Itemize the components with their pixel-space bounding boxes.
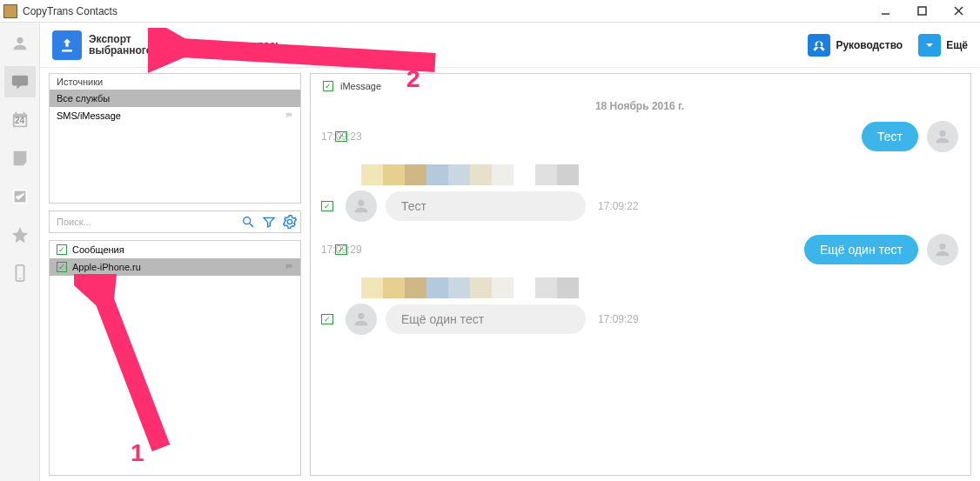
nav-tasks[interactable] [4, 181, 36, 212]
search-button[interactable] [238, 211, 258, 232]
export-label-2: выбранного [89, 45, 152, 57]
nav-rail: 24 [0, 23, 40, 481]
close-button[interactable] [940, 2, 977, 21]
message-group: Ещё один тест 17:09:29 [321, 277, 958, 347]
nav-notes[interactable] [4, 143, 36, 174]
msg-bubble-out: Ещё один тест [804, 235, 918, 264]
thread-label: Apple-iPhone.ru [72, 262, 141, 272]
filter-icon [262, 215, 276, 229]
thread-item[interactable]: Apple-iPhone.ru [50, 258, 300, 276]
threads-header-row[interactable]: Сообщения [50, 241, 300, 258]
source-all[interactable]: Все службы [50, 90, 300, 107]
avatar [346, 190, 377, 222]
title-bar: CopyTrans Contacts [0, 0, 980, 23]
msg-checkbox[interactable] [335, 131, 347, 142]
msg-checkbox[interactable] [321, 201, 333, 211]
filter-button[interactable] [258, 211, 279, 232]
svg-point-5 [19, 278, 21, 280]
nav-contacts[interactable] [4, 28, 36, 59]
search-input[interactable] [50, 217, 238, 227]
conversation-panel: iMessage 18 Ноябрь 2016 г. 17:09:23 Тест [310, 73, 971, 476]
calendar-day: 24 [15, 116, 24, 125]
gear-icon [283, 215, 297, 229]
svg-point-6 [244, 217, 251, 224]
svg-line-7 [250, 224, 253, 227]
msg-time: 17:09:29 [598, 313, 639, 325]
minimize-button[interactable] [867, 2, 903, 21]
date-separator: 18 Ноябрь 2016 г. [321, 100, 958, 112]
msg-checkbox[interactable] [335, 244, 347, 255]
chat-icon [283, 263, 295, 271]
msg-bubble-out: Тест [862, 122, 918, 151]
search-icon [241, 215, 255, 229]
settings-button[interactable] [279, 211, 300, 232]
msg-bubble-in: Тест [386, 191, 586, 221]
maximize-button[interactable] [903, 2, 940, 21]
export-icon [52, 30, 82, 60]
attachment-preview[interactable] [361, 277, 579, 298]
msg-checkbox[interactable] [321, 314, 333, 324]
message-row: 17:09:29 Ещё один тест [321, 234, 958, 265]
tools-icon [808, 34, 830, 57]
nav-calendar[interactable]: 24 [4, 104, 36, 136]
thread-checkbox[interactable] [57, 262, 67, 272]
nav-favorites[interactable] [4, 219, 36, 251]
obscured-text: лось [257, 39, 282, 51]
service-checkbox[interactable] [323, 81, 333, 91]
header-row: Экспорт выбранного лось Руководство Ещё [40, 23, 980, 68]
export-selected-button[interactable]: Экспорт выбранного [52, 30, 152, 60]
source-sms-label: SMS/iMessage [57, 110, 121, 121]
guide-button[interactable]: Руководство [808, 34, 903, 57]
threads-header: Сообщения [72, 244, 124, 255]
nav-device[interactable] [4, 257, 36, 289]
attachment-preview[interactable] [361, 164, 579, 185]
avatar [346, 304, 377, 335]
sources-header: Источники [50, 74, 300, 90]
chevron-down-icon [918, 34, 941, 57]
avatar [927, 121, 958, 152]
search-row [49, 210, 301, 233]
window-title: CopyTrans Contacts [23, 5, 867, 17]
svg-rect-1 [918, 7, 926, 15]
guide-label: Руководство [836, 39, 903, 51]
nav-messages[interactable] [4, 66, 36, 97]
more-button[interactable]: Ещё [918, 34, 968, 57]
message-row: 17:09:23 Тест [321, 121, 958, 152]
source-all-label: Все службы [57, 93, 110, 104]
threads-checkbox[interactable] [57, 244, 67, 255]
app-icon [3, 4, 17, 18]
source-sms[interactable]: SMS/iMessage [50, 107, 300, 124]
message-group: Тест 17:09:22 [321, 164, 958, 234]
avatar [927, 234, 958, 265]
export-label-1: Экспорт [89, 34, 152, 45]
service-label: iMessage [340, 81, 381, 91]
msg-time: 17:09:22 [598, 200, 639, 212]
threads-panel: Сообщения Apple-iPhone.ru [49, 240, 301, 476]
chat-icon [283, 111, 295, 120]
more-label: Ещё [946, 39, 968, 51]
msg-bubble-in: Ещё один тест [386, 304, 586, 334]
sources-panel: Источники Все службы SMS/iMessage [49, 73, 301, 204]
